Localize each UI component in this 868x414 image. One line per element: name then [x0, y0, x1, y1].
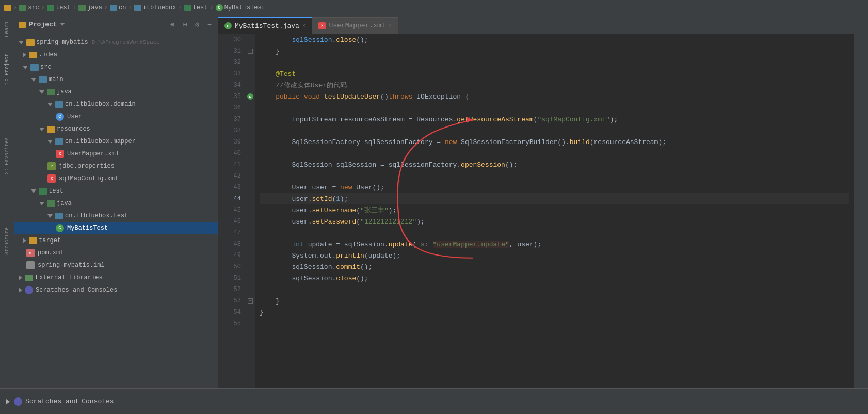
breadcrumb-test2: test: [184, 4, 208, 11]
code-line-51: sqlSession.close();: [260, 273, 849, 284]
code-line-41: SqlSession sqlSession = sqlSessionFactor…: [260, 159, 849, 170]
tree-item-sqlmapconfig[interactable]: X sqlMapConfig.xml: [14, 172, 218, 185]
scratches-bottom-icon: [14, 397, 22, 406]
tree-item-scratches[interactable]: Scratches and Consoles: [14, 284, 218, 296]
tree-item-main[interactable]: main: [14, 73, 218, 86]
locate-icon[interactable]: ⊕: [168, 21, 176, 29]
breadcrumb-java: java: [78, 4, 102, 11]
test-java-folder-icon: [47, 200, 55, 207]
tree-item-resources[interactable]: resources: [14, 123, 218, 135]
tab-usermapper-label: UserMapper.xml: [329, 22, 385, 29]
code-line-32: [260, 57, 849, 68]
breadcrumb-itbluebox: itbluebox: [134, 4, 176, 11]
iml-icon: [26, 261, 35, 269]
tab-mybatistest-close[interactable]: ×: [302, 23, 306, 29]
right-sidebar-strip: [854, 15, 868, 388]
resources-folder-icon: [47, 126, 55, 133]
code-line-55: [260, 318, 849, 329]
tree-item-pom[interactable]: m pom.xml: [14, 247, 218, 259]
code-line-46: user.setPassword("121212121212");: [260, 216, 849, 227]
fold-31[interactable]: −: [248, 49, 253, 54]
code-line-36: [260, 102, 849, 114]
sqlmapconfig-icon: X: [47, 174, 56, 183]
tree-item-test-pkg[interactable]: cn.itbluebox.test: [14, 210, 218, 222]
mapper-pkg-icon: [55, 138, 63, 145]
code-line-50: sqlSession.commit();: [260, 261, 849, 273]
tree-item-jdbc-properties[interactable]: P jdbc.properties: [14, 160, 218, 172]
tree-item-src[interactable]: src: [14, 61, 218, 73]
tree-item-usermapper-xml[interactable]: X UserMapper.xml: [14, 148, 218, 160]
code-editor[interactable]: 30 31 32 33 34 35 36 37 38 39 40 41 42 4…: [218, 34, 854, 388]
project-dropdown-arrow[interactable]: [60, 23, 65, 26]
tree-item-ext-lib[interactable]: External Libraries: [14, 272, 218, 284]
code-line-53: }: [260, 295, 849, 307]
target-folder-icon: [29, 237, 37, 244]
tab-xml-icon: X: [318, 22, 326, 29]
scratches-bottom-item[interactable]: Scratches and Consoles: [6, 397, 114, 406]
code-line-52: [260, 284, 849, 295]
tab-mybatistest[interactable]: C MyBatisTest.java ×: [218, 17, 312, 34]
tab-usermapper-close[interactable]: ×: [389, 23, 392, 29]
root-folder-icon: [26, 39, 35, 46]
project-panel-title: Project: [29, 21, 57, 28]
code-line-47: [260, 227, 849, 238]
code-line-35: public void testUpdateUser()throws IOExc…: [260, 91, 849, 102]
line-numbers: 30 31 32 33 34 35 36 37 38 39 40 41 42 4…: [218, 34, 245, 388]
code-line-31: }: [260, 45, 849, 57]
tree-item-mybatistest[interactable]: C MyBatisTest: [14, 222, 218, 234]
java-folder-icon: [47, 89, 55, 95]
code-line-33: @Test: [260, 68, 849, 79]
code-line-40: [260, 148, 849, 159]
breadcrumb-cn: cn: [110, 4, 126, 11]
tree-item-mapper-pkg[interactable]: cn.itbluebox.mapper: [14, 135, 218, 148]
breadcrumb-src: src: [19, 4, 39, 11]
project-tree: spring-mybatis D:\AProgramWorkSpace .ide…: [14, 34, 218, 388]
code-line-54: }: [260, 307, 849, 318]
breadcrumb-class: C MyBatisTest: [216, 4, 265, 11]
code-line-39: SqlSessionFactory sqlSessionFactory = ne…: [260, 136, 849, 148]
test-pkg-icon: [55, 213, 63, 219]
tree-item-test-folder[interactable]: test: [14, 185, 218, 197]
tab-usermapper[interactable]: X UserMapper.xml ×: [312, 17, 398, 34]
tree-item-idea[interactable]: .idea: [14, 49, 218, 61]
fold-53[interactable]: −: [248, 298, 253, 304]
code-content[interactable]: sqlSession.close(); } @Test //修改实体User的代…: [255, 34, 854, 388]
tabs-bar: C MyBatisTest.java × X UserMapper.xml ×: [218, 15, 854, 34]
tree-item-main-java[interactable]: java: [14, 86, 218, 98]
tree-item-root[interactable]: spring-mybatis D:\AProgramWorkSpace: [14, 36, 218, 49]
scratches-expand-arrow: [6, 399, 10, 404]
project-tab-label[interactable]: 1: Project: [4, 54, 10, 85]
bottom-bar: Scratches and Consoles: [0, 388, 868, 414]
close-panel-icon[interactable]: −: [205, 21, 214, 29]
breadcrumb-bar: › src › test › java › cn › itbluebox › t…: [0, 0, 868, 15]
scratches-bottom-label: Scratches and Consoles: [25, 397, 114, 405]
learn-tab[interactable]: Learn: [4, 22, 10, 37]
settings-icon[interactable]: ⚙: [193, 21, 201, 29]
main-folder-icon: [39, 76, 47, 83]
collapse-icon[interactable]: ⊟: [181, 21, 189, 29]
domain-pkg-icon: [55, 101, 63, 108]
code-line-30: sqlSession.close();: [260, 34, 849, 45]
project-folder-icon: [19, 22, 26, 28]
project-panel-header: Project ⊕ ⊟ ⚙ −: [14, 15, 218, 34]
structure-tab[interactable]: Structure: [4, 227, 10, 255]
idea-folder-icon: [29, 52, 37, 58]
scratches-icon: [25, 286, 33, 294]
tab-java-icon: C: [224, 22, 232, 29]
breadcrumb-test: test: [47, 4, 71, 11]
tab-mybatistest-label: MyBatisTest.java: [235, 22, 299, 30]
pom-icon: m: [26, 249, 35, 257]
favorites-tab[interactable]: 2: Favorites: [4, 137, 10, 174]
tree-item-user-class[interactable]: C User: [14, 110, 218, 123]
tree-item-iml[interactable]: spring-mybatis.iml: [14, 259, 218, 272]
ext-lib-icon: [25, 275, 33, 281]
usermapper-xml-icon: X: [56, 150, 64, 158]
tree-item-test-java[interactable]: java: [14, 197, 218, 210]
breadcrumb-project-icon: [4, 5, 11, 11]
tree-item-domain-pkg[interactable]: cn.itbluebox.domain: [14, 98, 218, 110]
tree-item-target[interactable]: target: [14, 234, 218, 247]
code-line-45: user.setUsername("张三丰");: [260, 204, 849, 216]
run-arrow-35[interactable]: ▶: [247, 93, 253, 100]
mybatistest-class-icon: C: [56, 224, 64, 232]
user-class-icon: C: [56, 113, 64, 121]
